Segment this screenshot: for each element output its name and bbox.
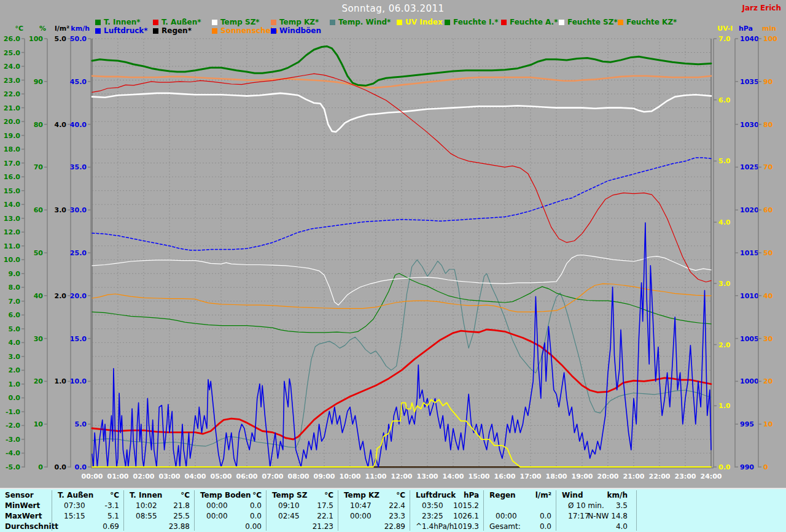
tick-label-celsius: 8.0 (9, 283, 21, 291)
legend-item-1-6: Feuchte I.* (445, 18, 498, 26)
tick-label-celsius: 14.0 (4, 201, 20, 209)
legend-swatch-icon (330, 20, 335, 25)
legend-label: Temp SZ* (220, 18, 260, 26)
tick-label-celsius: 7.0 (9, 298, 21, 306)
axis-unit-kmh: km/h (71, 25, 90, 33)
tick-label-percent: 100 (29, 35, 43, 43)
table-col-unit: °C (198, 491, 262, 499)
tick-label-uv: 6.0 (718, 96, 731, 104)
legend-swatch-icon (153, 20, 158, 25)
tick-label-kmh: 25.0 (70, 249, 87, 257)
legend-swatch-icon (559, 20, 564, 25)
legend-item-2-0: Luftdruck* (95, 27, 148, 34)
weather-app-window: Sonntag, 06.03.2011 Jarz Erich T. Innen*… (0, 0, 786, 532)
legend-item-2-3: Windböen (271, 27, 321, 34)
tick-label-lm2: 3.0 (55, 206, 67, 214)
x-axis-label: 08:00 (287, 472, 309, 480)
tick-label-kmh: 20.0 (70, 292, 87, 300)
tick-label-kmh: 5.0 (75, 420, 87, 428)
x-axis-label: 09:00 (313, 472, 335, 480)
tick-label-hpa: 1020 (740, 206, 759, 214)
legend-label: Feuchte A.* (510, 18, 558, 26)
weather-chart: 26.025.024.023.022.021.020.019.018.017.0… (0, 0, 786, 488)
table-max-value: 0.0 (487, 512, 551, 520)
table-max-value: N-NW 14.8 (559, 512, 628, 520)
tick-label-celsius: 1.0 (9, 380, 21, 388)
summary-table: SensorMinWertMaxWertDurchschnittT. Außen… (0, 488, 786, 532)
axis-unit-percent: % (39, 25, 46, 33)
table-separator (556, 490, 556, 531)
legend-label: T. Außen* (161, 18, 201, 26)
legend-item-2-1: Regen* (153, 27, 192, 34)
x-axis-label: 06:00 (236, 472, 257, 480)
x-axis-label: 20:00 (597, 472, 618, 480)
table-separator (52, 490, 52, 531)
tick-label-hpa: 1005 (740, 335, 759, 343)
table-avg-value: 23.88 (127, 522, 190, 531)
tick-label-lm2: 0.0 (55, 463, 67, 471)
tick-label-uv: 4.0 (718, 218, 731, 226)
legend-label: Temp. Wind* (338, 18, 391, 26)
table-min-value: 21.8 (127, 501, 190, 510)
legend-swatch-icon (153, 28, 158, 34)
x-axis-label: 12:00 (391, 472, 412, 480)
table-separator (266, 490, 267, 531)
tick-label-min: 30 (763, 335, 773, 343)
table-max-value: 5.1 (55, 512, 119, 520)
tick-label-min: 80 (763, 121, 773, 129)
table-avg-value: 4.0 (559, 522, 628, 531)
tick-label-uv: 0.0 (718, 463, 731, 471)
legend-item-1-7: Feuchte A.* (501, 18, 558, 26)
tick-label-celsius: 13.0 (4, 215, 20, 223)
tick-label-celsius: 2.0 (9, 366, 21, 374)
table-max-value: 25.5 (127, 512, 190, 520)
table-col-unit: °C (127, 491, 190, 499)
legend-swatch-icon (271, 28, 276, 34)
legend-item-2-2: Sonnenschein (212, 27, 278, 34)
tick-label-uv: 2.0 (718, 341, 731, 349)
table-separator (410, 490, 410, 531)
x-axis-label: 23:00 (674, 472, 696, 480)
tick-label-hpa: 1000 (740, 377, 759, 385)
table-row-label: MaxWert (5, 512, 42, 520)
table-avg-value: 1019.3 (413, 522, 479, 531)
tick-label-min: 70 (763, 163, 773, 171)
legend-swatch-icon (271, 20, 276, 25)
series-temp_sz-line (92, 93, 711, 132)
table-avg-value: 21.23 (270, 522, 333, 531)
legend-label: Sonnenschein (220, 27, 278, 34)
tick-label-min: 90 (763, 78, 773, 86)
x-axis-label: 11:00 (365, 472, 386, 480)
x-axis-label: 07:00 (262, 472, 283, 480)
table-col-unit: km/h (559, 491, 628, 499)
table-separator (123, 490, 124, 531)
tick-label-celsius: -5.0 (6, 463, 20, 471)
tick-label-hpa: 1030 (740, 121, 759, 129)
x-axis-label: 01:00 (107, 472, 128, 480)
tick-label-kmh: 0.0 (75, 463, 87, 471)
x-axis-label: 15:00 (468, 472, 489, 480)
table-min-value: 0.0 (198, 501, 262, 510)
legend-label: T. Innen* (104, 18, 141, 26)
tick-label-celsius: -3.0 (6, 436, 20, 444)
legend-label: Feuchte SZ* (567, 18, 618, 26)
tick-label-celsius: 19.0 (4, 132, 20, 140)
axis-unit-min: min (762, 25, 776, 33)
tick-label-hpa: 1035 (740, 78, 759, 86)
page-title: Sonntag, 06.03.2011 (0, 3, 786, 14)
tick-label-lm2: 1.0 (55, 377, 67, 385)
table-col-unit: °C (341, 491, 405, 499)
table-separator (194, 490, 195, 531)
tick-label-percent: 50 (34, 249, 44, 257)
tick-label-lm2: 4.0 (55, 121, 67, 129)
table-avg-value: 0.0 (487, 522, 551, 531)
tick-label-min: 10 (763, 420, 773, 428)
table-avg-value: 0.00 (198, 522, 262, 531)
tick-label-celsius: 10.0 (4, 256, 20, 264)
tick-label-celsius: 6.0 (9, 311, 21, 319)
tick-label-celsius: -4.0 (6, 449, 20, 457)
tick-label-celsius: 12.0 (4, 228, 20, 236)
x-axis-label: 21:00 (623, 472, 644, 480)
tick-label-celsius: 3.0 (9, 353, 21, 361)
tick-label-min: 20 (763, 377, 773, 385)
